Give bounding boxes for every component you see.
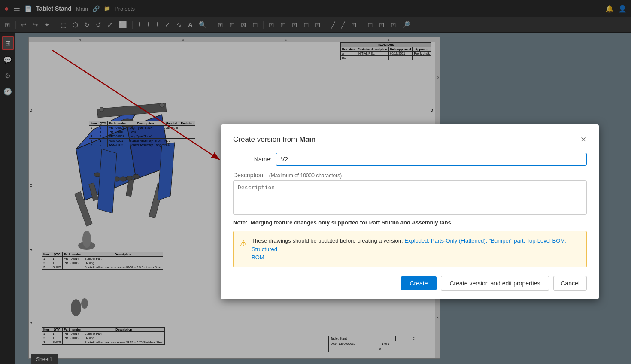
- dialog-header: Create version from Main ✕: [233, 135, 587, 144]
- warning-icon: ⚠: [240, 237, 247, 250]
- name-label: Name:: [233, 156, 272, 163]
- dialog-branch-name: Main: [299, 135, 316, 143]
- description-input[interactable]: [233, 180, 587, 215]
- cancel-button[interactable]: Cancel: [553, 276, 587, 291]
- warning-main-text: These drawings should be updated before …: [252, 237, 403, 244]
- name-field-row: Name:: [233, 153, 587, 166]
- warning-box: ⚠ These drawings should be updated befor…: [233, 231, 587, 267]
- description-section: Description: (Maximum of 10000 character…: [233, 172, 587, 216]
- note-label: Note:: [233, 219, 247, 226]
- desc-label-text: Description:: [233, 172, 265, 179]
- create-version-dialog: Create version from Main ✕ Name: Descrip…: [221, 124, 599, 299]
- structured-bom-link[interactable]: BOM: [252, 254, 264, 261]
- create-button[interactable]: Create: [401, 276, 436, 290]
- create-version-edit-button[interactable]: Create version and edit properties: [441, 276, 549, 291]
- note-row: Note: Merging feature changes only suppo…: [233, 219, 587, 226]
- note-text: Merging feature changes only supported f…: [251, 219, 451, 226]
- name-input[interactable]: [276, 153, 587, 166]
- desc-max-text: (Maximum of 10000 characters): [269, 173, 342, 179]
- desc-label: Description: (Maximum of 10000 character…: [233, 172, 587, 179]
- warning-text: These drawings should be updated before …: [252, 237, 580, 262]
- dialog-title: Create version from Main: [233, 135, 316, 144]
- dialog-close-button[interactable]: ✕: [580, 135, 587, 144]
- dialog-footer: Create Create version and edit propertie…: [233, 276, 587, 291]
